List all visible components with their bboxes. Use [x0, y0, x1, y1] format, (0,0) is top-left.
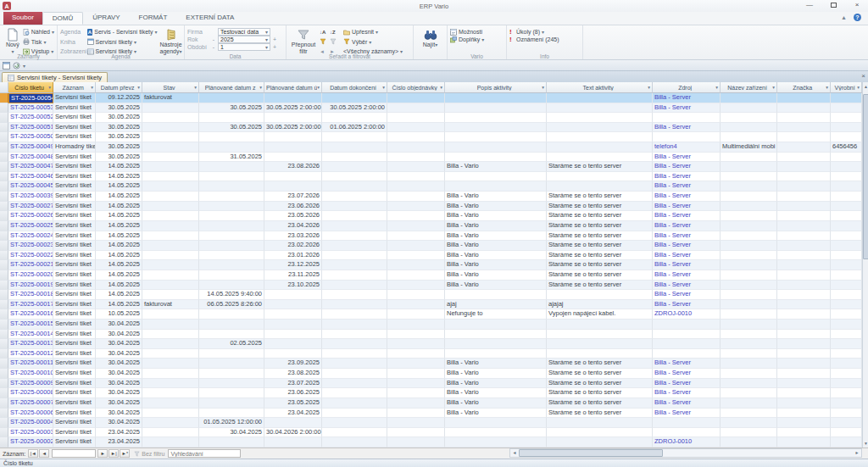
- grid-cell[interactable]: [445, 123, 547, 133]
- grid-cell[interactable]: Billa - Server: [653, 221, 721, 231]
- grid-cell[interactable]: Servisní tiket: [53, 320, 96, 330]
- grid-cell[interactable]: [387, 418, 445, 428]
- grid-cell[interactable]: [831, 103, 862, 114]
- grid-cell[interactable]: 23.09.2025: [264, 359, 322, 369]
- grid-cell[interactable]: 14.05.2025: [96, 162, 142, 172]
- grid-cell[interactable]: [777, 172, 831, 182]
- grid-cell[interactable]: [721, 260, 777, 270]
- table-row[interactable]: ST-2025-00052Servisní tiket30.05.2025: [0, 113, 862, 123]
- column-dropdown-icon[interactable]: ▾: [772, 85, 775, 90]
- grid-cell[interactable]: [831, 113, 862, 123]
- grid-cell[interactable]: [721, 202, 777, 212]
- grid-cell[interactable]: Servisní tiket: [53, 202, 96, 212]
- grid-cell[interactable]: [547, 418, 653, 428]
- grid-cell[interactable]: Staráme se o tento server: [547, 379, 653, 389]
- grid-cell[interactable]: ajajaj: [547, 300, 653, 310]
- grid-cell[interactable]: [199, 398, 264, 409]
- grid-cell[interactable]: [831, 309, 862, 320]
- grid-cell[interactable]: ST-2025-00010: [8, 369, 53, 379]
- horizontal-scroll-thumb[interactable]: [519, 449, 663, 457]
- grid-cell[interactable]: Billa - Server: [653, 398, 721, 409]
- grid-cell[interactable]: Billa - Server: [653, 359, 721, 369]
- maximize-button[interactable]: [827, 1, 839, 9]
- grid-cell[interactable]: [387, 330, 445, 340]
- grid-cell[interactable]: [721, 320, 777, 330]
- grid-cell[interactable]: [199, 211, 264, 221]
- grid-cell[interactable]: [264, 330, 322, 340]
- grid-cell[interactable]: Servisní tiket: [53, 113, 96, 123]
- tab-soubor[interactable]: Soubor: [3, 12, 42, 25]
- grid-cell[interactable]: Staráme se o tento server: [547, 270, 653, 281]
- vertical-scrollbar[interactable]: ▲ ▼: [862, 82, 868, 448]
- grid-cell[interactable]: [322, 260, 387, 270]
- record-number-input[interactable]: [52, 449, 96, 458]
- grid-cell[interactable]: 30.04.2025: [96, 359, 142, 369]
- column-header[interactable]: Značka▾: [777, 82, 831, 93]
- table-row[interactable]: ST-2025-00027Servisní tiket14.05.202523.…: [0, 202, 862, 212]
- grid-cell[interactable]: [387, 251, 445, 261]
- grid-cell[interactable]: 30.04.2025: [96, 398, 142, 409]
- grid-cell[interactable]: [445, 172, 547, 182]
- row-selector[interactable]: [0, 398, 8, 409]
- grid-cell[interactable]: [721, 241, 777, 251]
- grid-cell[interactable]: [264, 300, 322, 310]
- grid-cell[interactable]: Staráme se o tento server: [547, 369, 653, 379]
- grid-cell[interactable]: Billa - Server: [653, 270, 721, 281]
- grid-cell[interactable]: [387, 349, 445, 359]
- grid-cell[interactable]: [653, 113, 721, 123]
- grid-cell[interactable]: Servisní tiket: [53, 409, 96, 419]
- grid-cell[interactable]: [142, 359, 199, 369]
- grid-cell[interactable]: [142, 123, 199, 133]
- grid-cell[interactable]: Billa - Server: [653, 202, 721, 212]
- grid-cell[interactable]: Billa - Vario: [445, 388, 547, 398]
- grid-cell[interactable]: [142, 202, 199, 212]
- grid-cell[interactable]: [322, 309, 387, 320]
- grid-cell[interactable]: [387, 172, 445, 182]
- row-selector[interactable]: [0, 260, 8, 270]
- grid-cell[interactable]: Staráme se o tento server: [547, 221, 653, 231]
- grid-cell[interactable]: [264, 172, 322, 182]
- grid-cell[interactable]: ST-2025-00008: [8, 388, 53, 398]
- grid-cell[interactable]: 14.05.2025: [96, 241, 142, 251]
- grid-cell[interactable]: 30.05.2025: [96, 113, 142, 123]
- grid-cell[interactable]: [142, 162, 199, 172]
- table-row[interactable]: ST-2025-00017Servisní tiket14.05.2025fak…: [0, 300, 862, 310]
- grid-cell[interactable]: [721, 398, 777, 409]
- column-header[interactable]: Plánované datum ú▾: [264, 82, 322, 93]
- grid-cell[interactable]: 30.05.2025: [96, 132, 142, 142]
- grid-cell[interactable]: telefon4: [653, 142, 721, 153]
- grid-cell[interactable]: [387, 260, 445, 270]
- grid-cell[interactable]: [142, 172, 199, 182]
- filter-state-toggle[interactable]: Bez filtru: [134, 451, 164, 457]
- grid-cell[interactable]: [445, 181, 547, 192]
- grid-cell[interactable]: [142, 398, 199, 409]
- grid-cell[interactable]: 30.04.2025: [96, 379, 142, 389]
- grid-cell[interactable]: ST-2025-00020: [8, 270, 53, 281]
- grid-cell[interactable]: 14.05.2025: [96, 231, 142, 242]
- grid-cell[interactable]: Billa - Vario: [445, 162, 547, 172]
- grid-cell[interactable]: [322, 162, 387, 172]
- grid-cell[interactable]: [721, 418, 777, 428]
- grid-cell[interactable]: Billa - Vario: [445, 211, 547, 221]
- grid-cell[interactable]: 23.05.2025: [264, 398, 322, 409]
- grid-cell[interactable]: [777, 251, 831, 261]
- grid-cell[interactable]: 30.04.2025: [96, 409, 142, 419]
- grid-cell[interactable]: Servisní tiket: [53, 153, 96, 163]
- grid-cell[interactable]: 14.05.2025: [96, 260, 142, 270]
- grid-cell[interactable]: [199, 221, 264, 231]
- scroll-down-icon[interactable]: ▼: [863, 439, 868, 448]
- column-header[interactable]: Zdroj▾: [653, 82, 721, 93]
- grid-cell[interactable]: [777, 142, 831, 153]
- grid-cell[interactable]: Servisní tiket: [53, 379, 96, 389]
- grid-cell[interactable]: [547, 181, 653, 192]
- grid-cell[interactable]: ST-2025-00047: [8, 162, 53, 172]
- grid-cell[interactable]: [831, 300, 862, 310]
- grid-cell[interactable]: 23.06.2026: [264, 202, 322, 212]
- row-selector[interactable]: [0, 132, 8, 142]
- grid-cell[interactable]: [721, 153, 777, 163]
- grid-cell[interactable]: [653, 320, 721, 330]
- grid-cell[interactable]: [831, 339, 862, 349]
- grid-cell[interactable]: [142, 132, 199, 142]
- grid-cell[interactable]: [142, 428, 199, 438]
- grid-cell[interactable]: [199, 142, 264, 153]
